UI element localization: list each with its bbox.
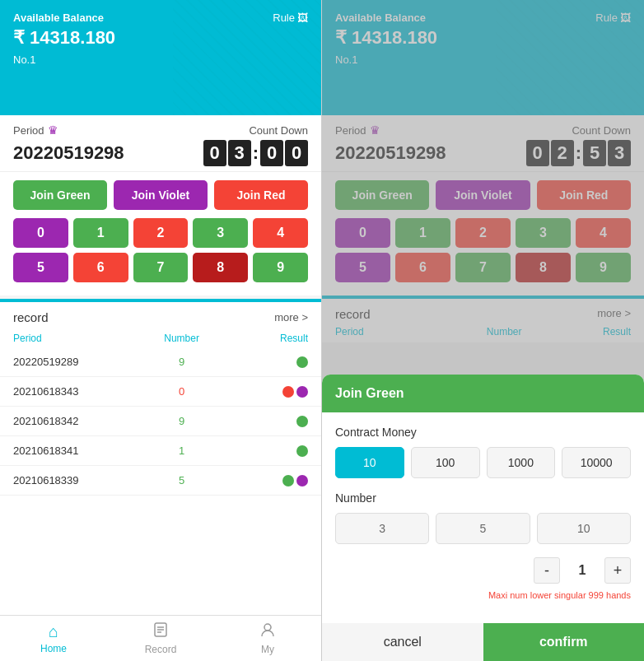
record-period: 20210618342 [13, 415, 139, 427]
no-label: No.1 [13, 54, 308, 66]
record-number: 9 [139, 415, 223, 427]
stepper-minus-button[interactable]: - [534, 557, 560, 584]
record-title: record [13, 310, 49, 324]
num-btn-5[interactable]: 5 [13, 253, 68, 282]
record-period: 20210618343 [13, 385, 139, 398]
record-result [224, 356, 308, 368]
svg-point-4 [264, 624, 271, 631]
countdown-display: 0 3 : 0 0 [203, 140, 308, 166]
num-btn-8[interactable]: 8 [193, 253, 248, 282]
number-label: Number [335, 491, 631, 505]
left-join-buttons: Join Green Join Violet Join Red [0, 172, 321, 218]
record-result [224, 475, 308, 486]
record-table: Period Number Result 20220519289 9 20210… [0, 329, 321, 496]
countdown-digit-0: 0 [203, 140, 226, 166]
number-opt-10[interactable]: 10 [537, 513, 631, 544]
contract-btn-1000[interactable]: 1000 [487, 447, 556, 478]
col-result-header: Result [224, 333, 308, 344]
num-btn-2[interactable]: 2 [133, 218, 189, 248]
col-number-header: Number [139, 333, 223, 344]
table-row: 20210618342 9 [0, 407, 321, 436]
modal-header: Join Green [322, 375, 644, 412]
maxi-note: Maxi num lower singular 999 hands [335, 590, 631, 600]
right-panel: Available Balance Rule 🖼 ₹ 14318.180 No.… [322, 0, 644, 661]
record-number: 5 [139, 474, 223, 486]
confirm-button[interactable]: confirm [483, 623, 645, 661]
crown-icon: ♛ [48, 123, 58, 137]
dot-green [296, 416, 308, 427]
num-btn-6[interactable]: 6 [73, 253, 128, 282]
nav-my[interactable]: My [214, 616, 321, 661]
record-number: 9 [139, 356, 223, 368]
dot-green [296, 356, 308, 368]
join-red-button[interactable]: Join Red [214, 180, 308, 210]
number-opt-3[interactable]: 3 [335, 513, 429, 544]
record-number: 0 [139, 385, 223, 398]
col-period-header: Period [13, 333, 139, 344]
dot-purple [296, 386, 308, 398]
num-btn-1[interactable]: 1 [73, 218, 128, 248]
contract-btn-10000[interactable]: 10000 [562, 447, 631, 478]
dot-green [296, 445, 308, 457]
home-icon: ⌂ [49, 622, 58, 641]
modal-body: Contract Money 10 100 1000 10000 Number … [322, 412, 644, 623]
record-more-link[interactable]: more > [274, 311, 308, 324]
nav-home-label: Home [40, 643, 67, 654]
record-result [224, 445, 308, 457]
record-period: 20210618341 [13, 445, 139, 457]
nav-my-label: My [261, 644, 274, 655]
countdown-digit-3: 0 [285, 140, 308, 166]
num-btn-0[interactable]: 0 [13, 218, 68, 248]
num-btn-4[interactable]: 4 [253, 218, 308, 248]
balance-amount: ₹ 14318.180 [13, 27, 308, 49]
num-btn-7[interactable]: 7 [133, 253, 189, 282]
contract-money-label: Contract Money [335, 426, 631, 439]
record-period: 20210618339 [13, 474, 139, 486]
record-table-header: Period Number Result [0, 329, 321, 347]
countdown-label: Count Down [249, 124, 308, 137]
stepper-plus-button[interactable]: + [604, 557, 631, 584]
left-panel: Available Balance Rule 🖼 ₹ 14318.180 No.… [0, 0, 322, 661]
rule-button[interactable]: Rule 🖼 [273, 12, 308, 24]
number-opt-5[interactable]: 5 [436, 513, 530, 544]
record-icon [152, 621, 169, 642]
period-number: 20220519298 [13, 142, 124, 164]
nav-record[interactable]: Record [107, 616, 214, 661]
number-options: 3 5 10 [335, 513, 631, 544]
countdown-digit-2: 0 [260, 140, 283, 166]
left-period-section: Period ♛ Count Down 20220519298 0 3 : 0 … [0, 115, 321, 172]
modal-actions: cancel confirm [322, 623, 644, 661]
join-green-modal: Join Green Contract Money 10 100 1000 10… [322, 375, 644, 661]
contract-options: 10 100 1000 10000 [335, 447, 631, 478]
my-icon [259, 621, 276, 642]
record-result [224, 386, 308, 398]
record-period: 20220519289 [13, 356, 139, 368]
rule-icon: 🖼 [297, 12, 308, 24]
dot-purple [296, 475, 308, 486]
countdown-digit-1: 3 [228, 140, 251, 166]
dot-red [282, 386, 294, 398]
record-header: record more > [0, 302, 321, 329]
left-number-grid: 0 1 2 3 4 5 6 7 8 9 [0, 218, 321, 296]
contract-btn-100[interactable]: 100 [411, 447, 480, 478]
left-header: Available Balance Rule 🖼 ₹ 14318.180 No.… [0, 0, 321, 115]
countdown-colon: : [253, 142, 259, 164]
stepper-row: - 1 + [335, 557, 631, 584]
nav-home[interactable]: ⌂ Home [0, 616, 107, 661]
join-green-button[interactable]: Join Green [13, 180, 107, 210]
left-bottom-nav: ⌂ Home Record My [0, 615, 321, 661]
table-row: 20210618343 0 [0, 377, 321, 407]
join-violet-button[interactable]: Join Violet [114, 180, 208, 210]
left-record-section: record more > Period Number Result 20220… [0, 299, 321, 624]
nav-record-label: Record [145, 644, 177, 655]
table-row: 20220519289 9 [0, 347, 321, 377]
num-btn-9[interactable]: 9 [253, 253, 308, 282]
table-row: 20210618341 1 [0, 436, 321, 466]
cancel-button[interactable]: cancel [322, 623, 483, 661]
period-label: Period ♛ [13, 123, 58, 137]
record-number: 1 [139, 445, 223, 457]
dot-green [282, 475, 294, 486]
contract-btn-10[interactable]: 10 [335, 447, 404, 478]
num-btn-3[interactable]: 3 [193, 218, 248, 248]
record-result [224, 416, 308, 427]
